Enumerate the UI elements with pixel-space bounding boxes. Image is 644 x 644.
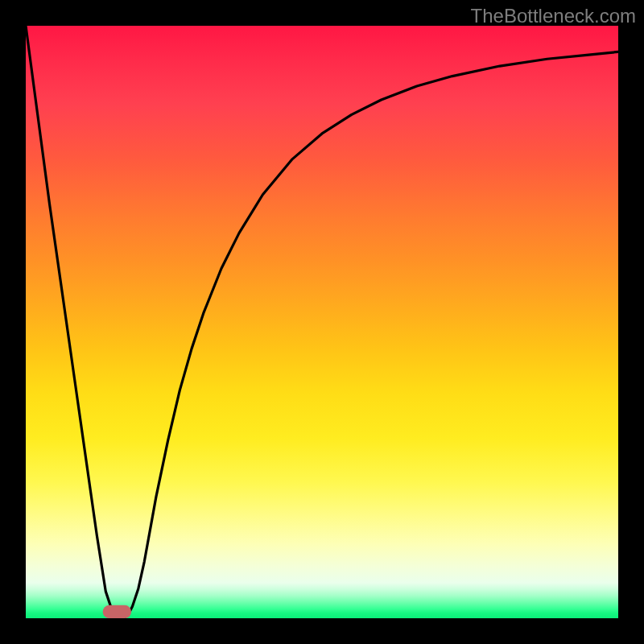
chart-frame: TheBottleneck.com — [0, 0, 644, 644]
watermark-text: TheBottleneck.com — [471, 5, 636, 27]
bottleneck-curve — [26, 26, 618, 618]
optimal-zone-marker — [103, 605, 131, 618]
chart-svg — [26, 26, 618, 618]
plot-area — [26, 26, 618, 618]
